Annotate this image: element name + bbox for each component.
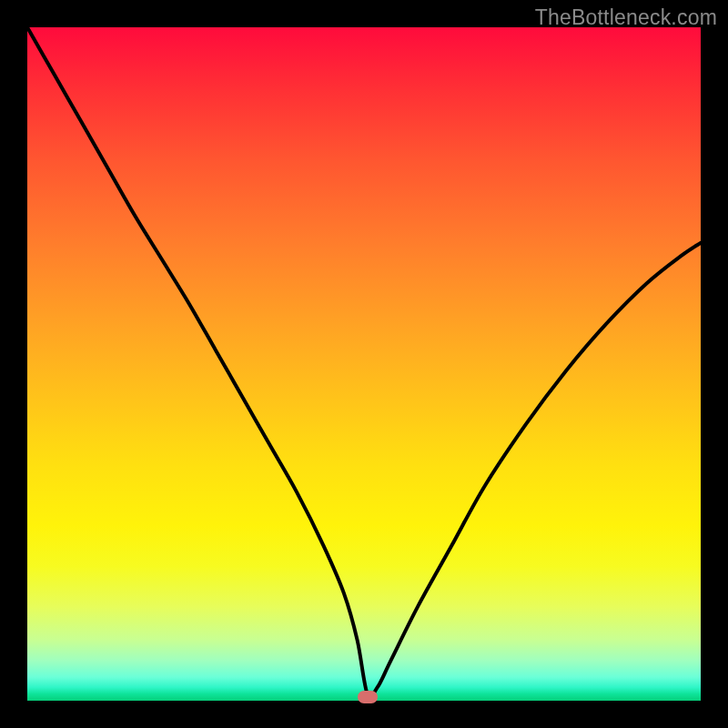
bottleneck-curve	[27, 27, 701, 701]
plot-area	[27, 27, 701, 701]
chart-container: TheBottleneck.com	[0, 0, 728, 728]
watermark-text: TheBottleneck.com	[535, 5, 717, 30]
curve-path	[27, 27, 701, 697]
optimum-marker	[358, 691, 378, 703]
